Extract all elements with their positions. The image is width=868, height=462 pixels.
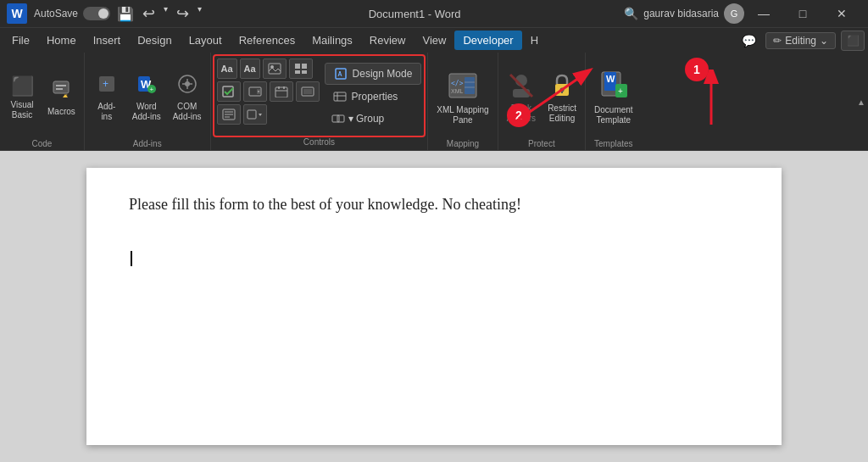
controls-row3 — [217, 104, 320, 125]
legacy-tools-btn[interactable] — [296, 81, 320, 102]
minimize-button[interactable]: — — [744, 0, 783, 27]
combo-box-btn[interactable] — [243, 81, 267, 102]
com-addins-button[interactable]: COMAdd-ins — [168, 70, 207, 125]
properties-button[interactable]: Properties — [325, 86, 422, 107]
avatar[interactable]: G — [724, 3, 744, 24]
maximize-button[interactable]: □ — [783, 0, 822, 27]
design-mode-button[interactable]: Design Mode — [325, 63, 422, 85]
building-blocks-btn[interactable] — [289, 58, 313, 79]
svg-text:!: ! — [66, 93, 68, 98]
svg-rect-2 — [56, 88, 63, 90]
rich-text-btn[interactable]: Aa — [217, 58, 237, 79]
annotation-circle-2: 2 — [507, 103, 531, 127]
svg-rect-16 — [295, 70, 300, 74]
redo-button[interactable]: ↪ — [173, 4, 192, 23]
visual-basic-icon: ⬛ — [11, 75, 34, 97]
svg-text:+: + — [618, 86, 623, 96]
addins-button[interactable]: + Add-ins — [88, 70, 125, 125]
svg-rect-12 — [269, 64, 281, 74]
quick-access-dropdown[interactable]: ▾ — [194, 4, 205, 23]
document-template-icon: W + — [598, 70, 629, 103]
menu-review[interactable]: Review — [361, 31, 415, 50]
text-cursor — [131, 251, 132, 266]
menu-file[interactable]: File — [3, 31, 38, 50]
code-group: ⬛ VisualBasic ! Macros — [0, 53, 85, 151]
protect-group-label: Protect — [502, 139, 581, 151]
xml-mapping-icon: </> XML — [448, 70, 478, 103]
menu-design[interactable]: Design — [129, 31, 180, 50]
macros-icon: ! — [51, 79, 71, 104]
menu-bar-right: 💬 ✏ Editing ⌄ ⬛ — [737, 31, 865, 51]
undo-button[interactable]: ↩ — [139, 4, 159, 23]
dropdown-btn[interactable] — [243, 104, 267, 125]
block-authors-svg — [508, 72, 535, 99]
controls-row2 — [217, 81, 320, 102]
combo-svg — [248, 86, 262, 97]
ribbon-collapse-button[interactable]: ▲ — [854, 53, 868, 151]
ribbon-content: ⬛ VisualBasic ! Macros — [0, 53, 868, 151]
design-mode-label: Design Mode — [353, 68, 413, 80]
autosave-toggle[interactable] — [83, 7, 110, 20]
templates-group-label: Templates — [589, 139, 638, 151]
user-name: gaurav bidasaria — [643, 8, 719, 19]
controls-row1: Aa Aa — [217, 58, 320, 79]
restrict-editing-label: RestrictEditing — [548, 103, 576, 124]
menu-layout[interactable]: Layout — [181, 31, 231, 50]
addins-group-label: Add-ins — [88, 139, 207, 151]
dropdown-svg — [247, 109, 257, 120]
search-icon[interactable]: 🔍 — [624, 7, 638, 20]
editing-chevron: ⌄ — [820, 35, 828, 47]
document-page: Please fill this form to the best of you… — [86, 168, 782, 445]
menu-view[interactable]: View — [414, 31, 454, 50]
date-svg — [275, 86, 288, 97]
xml-mapping-button[interactable]: </> XML XML MappingPane — [431, 67, 493, 129]
checkbox-svg — [222, 86, 236, 97]
svg-rect-35 — [332, 115, 339, 122]
legacy-svg — [301, 86, 314, 97]
user-info: 🔍 gaurav bidasaria G — [624, 3, 744, 24]
menu-mailings[interactable]: Mailings — [303, 31, 361, 50]
menu-home[interactable]: Home — [38, 31, 85, 50]
mapping-group-label: Mapping — [431, 139, 493, 151]
svg-text:</>: </> — [451, 80, 464, 87]
protect-group: BlockAuthors RestrictEditing Protect — [498, 53, 586, 151]
menu-help[interactable]: H — [522, 31, 547, 50]
undo-dropdown[interactable]: ▾ — [160, 4, 171, 23]
picture-btn[interactable] — [263, 58, 287, 79]
xml-mapping-svg: </> XML — [448, 70, 478, 101]
xml-mapping-label: XML MappingPane — [437, 105, 488, 125]
title-bar: W AutoSave 💾 ↩ ▾ ↪ ▾ Document1 - Word 🔍 … — [0, 0, 868, 27]
word-addins-label: WordAdd-ins — [132, 102, 161, 122]
building-blocks-svg — [294, 63, 308, 75]
comments-button[interactable]: 💬 — [737, 31, 760, 51]
group-button[interactable]: ▾ Group — [325, 109, 422, 129]
document-area: Please fill this form to the best of you… — [0, 151, 868, 462]
svg-text:W: W — [606, 74, 615, 84]
plain-text-btn[interactable]: Aa — [240, 58, 260, 79]
macros-button[interactable]: ! Macros — [42, 75, 81, 120]
menu-references[interactable]: References — [231, 31, 303, 50]
templates-buttons: W + DocumentTemplate — [589, 53, 638, 139]
word-icon: W — [7, 3, 27, 24]
addins-buttons: + Add-ins W + WordAdd-ins — [88, 53, 207, 139]
menu-bar: File Home Insert Design Layout Reference… — [0, 27, 868, 53]
restrict-editing-button[interactable]: RestrictEditing — [542, 69, 581, 127]
menu-developer[interactable]: Developer — [454, 31, 521, 50]
editing-button[interactable]: ✏ Editing ⌄ — [765, 32, 836, 49]
templates-group: W + DocumentTemplate Templates — [586, 53, 642, 151]
checkbox-btn[interactable] — [217, 81, 241, 102]
svg-text:XML: XML — [451, 88, 464, 94]
visual-basic-button[interactable]: ⬛ VisualBasic — [3, 72, 41, 124]
addins-icon: + — [97, 74, 117, 99]
close-button[interactable]: ✕ — [822, 0, 861, 27]
word-addins-button[interactable]: W + WordAdd-ins — [127, 70, 166, 125]
date-picker-btn[interactable] — [270, 81, 293, 102]
menu-insert[interactable]: Insert — [85, 31, 130, 50]
rich-text2-btn[interactable] — [217, 104, 241, 125]
layout-button[interactable]: ⬛ — [841, 31, 865, 51]
macros-svg: ! — [51, 79, 71, 99]
document-template-button[interactable]: W + DocumentTemplate — [589, 67, 638, 129]
svg-rect-18 — [223, 86, 233, 97]
save-icon[interactable]: 💾 — [117, 6, 134, 22]
dropdown-arrow-svg — [258, 109, 263, 120]
